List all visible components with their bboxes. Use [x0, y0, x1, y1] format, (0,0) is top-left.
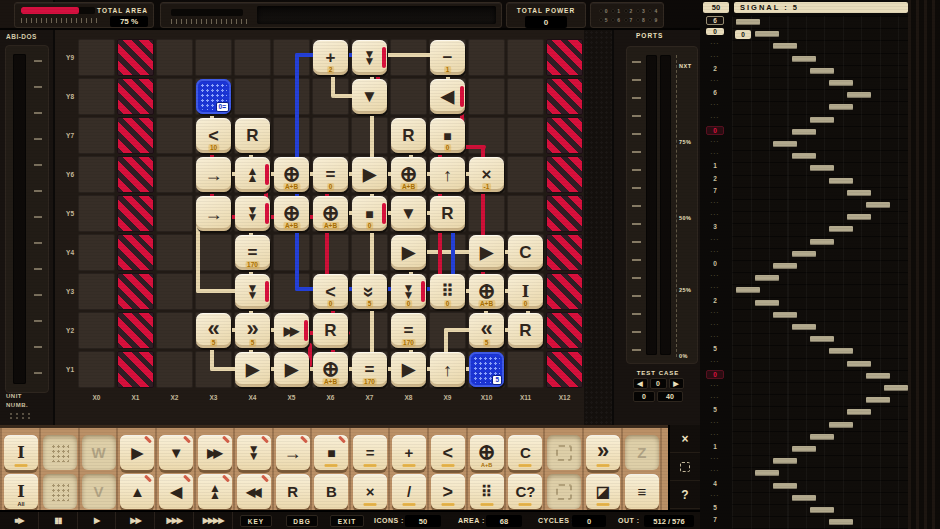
tray-key-dash-blank[interactable]	[547, 474, 581, 509]
logic-tile-dbl-left[interactable]: «5	[469, 313, 504, 348]
tray-key-oplus[interactable]: ⊕A+B	[470, 435, 504, 470]
test-case-prev-button[interactable]: ◀	[633, 378, 648, 389]
logic-tile-square[interactable]: ■0	[352, 196, 387, 231]
logic-tile-less[interactable]: <0	[313, 274, 348, 309]
gauge-bar-left[interactable]	[646, 55, 657, 355]
frame-button[interactable]	[670, 453, 700, 481]
tray-key-mult[interactable]: ×	[353, 474, 387, 509]
key-button[interactable]: KEY	[240, 515, 272, 527]
logic-tile-bar[interactable]: I0	[508, 274, 543, 309]
logic-tile-minus[interactable]: −1	[430, 40, 465, 75]
tray-key-dots-blank[interactable]	[43, 474, 77, 509]
logic-tile-fast-fwd[interactable]: ▶▶	[274, 313, 309, 348]
tray-key-bar[interactable]: I	[4, 435, 38, 470]
logic-tile-play[interactable]: ▶	[352, 157, 387, 192]
logic-tile-oplus[interactable]: ⊕A+B	[313, 196, 348, 231]
port-tile[interactable]: 5	[469, 352, 504, 387]
logic-tile-up-arrow[interactable]: ↑	[430, 352, 465, 387]
logic-tile-down[interactable]: ▼	[391, 196, 426, 231]
tray-key-dbl-up[interactable]: ▲▲	[198, 474, 232, 509]
tray-key-list[interactable]: ≡	[625, 474, 659, 509]
logic-tile-dbl-left[interactable]: «5	[196, 313, 231, 348]
transport-button-0[interactable]: ■▶	[0, 512, 39, 529]
logic-tile-square[interactable]: ■0	[430, 118, 465, 153]
logic-tile-equals[interactable]: =0	[313, 157, 348, 192]
logic-tile-play[interactable]: ▶	[469, 235, 504, 270]
tray-key-left-tri[interactable]: ◀	[159, 474, 193, 509]
tray-key-up-tri[interactable]: ▲	[120, 474, 154, 509]
port-tile[interactable]: 0=	[196, 79, 231, 114]
logic-tile-R[interactable]: R	[235, 118, 270, 153]
logic-tile-R[interactable]: R	[313, 313, 348, 348]
signal-scrollbar[interactable]	[908, 0, 940, 529]
logic-tile-dbl-up[interactable]: ▲▲	[235, 157, 270, 192]
logic-tile-left-tri[interactable]: ◀	[430, 79, 465, 114]
transport-button-2[interactable]: ▶	[78, 512, 117, 529]
logic-tile-R[interactable]: R	[430, 196, 465, 231]
logic-tile-up-arrow[interactable]: ↑	[430, 157, 465, 192]
tray-key-dbl-right[interactable]: »	[586, 435, 620, 470]
logic-tile-oplus[interactable]: ⊕A+B	[274, 157, 309, 192]
tray-key-half-square[interactable]: ◪	[586, 474, 620, 509]
dbg-button[interactable]: DBG	[286, 515, 318, 527]
tray-key-slash[interactable]: /	[392, 474, 426, 509]
tray-key-play[interactable]: ▶	[120, 435, 154, 470]
tray-key-R[interactable]: R	[276, 474, 310, 509]
logic-tile-play[interactable]: ▶	[391, 352, 426, 387]
tray-key-greater[interactable]: >	[431, 474, 465, 509]
tray-key-V[interactable]: V	[82, 474, 116, 509]
tray-key-fast-fwd[interactable]: ▶▶	[198, 435, 232, 470]
tray-key-arrow-right[interactable]: →	[276, 435, 310, 470]
logic-tile-mult[interactable]: ×-1	[469, 157, 504, 192]
tray-key-W[interactable]: W	[82, 435, 116, 470]
logic-tile-equals[interactable]: =170	[391, 313, 426, 348]
tray-key-square[interactable]: ■	[314, 435, 348, 470]
logic-tile-dbl-right[interactable]: »5	[235, 313, 270, 348]
logic-tile-oplus[interactable]: ⊕A+B	[313, 352, 348, 387]
tray-key-dbl-down[interactable]: ▼▼	[237, 435, 271, 470]
gauge-bar-right[interactable]	[660, 55, 671, 355]
logic-tile-dbl-down[interactable]: ▼▼	[352, 40, 387, 75]
timeline-slider[interactable]	[171, 9, 243, 16]
tray-key-dash-blank[interactable]	[547, 435, 581, 470]
unit-slider-track[interactable]	[13, 54, 26, 384]
logic-tile-oplus[interactable]: ⊕A+B	[469, 274, 504, 309]
logic-tile-arrow-right[interactable]: →	[196, 196, 231, 231]
logic-tile-equals[interactable]: =170	[352, 352, 387, 387]
logic-tile-C[interactable]: C	[508, 235, 543, 270]
tray-key-C[interactable]: C	[508, 435, 542, 470]
logic-tile-less[interactable]: <10	[196, 118, 231, 153]
logic-tile-play[interactable]: ▶	[391, 235, 426, 270]
tray-key-Cq[interactable]: C?	[508, 474, 542, 509]
tray-key-bar[interactable]: IAll	[4, 474, 38, 509]
test-case-next-button[interactable]: ▶	[669, 378, 684, 389]
exit-button[interactable]: EXIT	[330, 515, 364, 527]
tray-key-B[interactable]: B	[314, 474, 348, 509]
close-button[interactable]: ×	[670, 425, 700, 453]
tray-key-less[interactable]: <	[431, 435, 465, 470]
logic-tile-dots[interactable]: ⠿0	[430, 274, 465, 309]
logic-tile-plus[interactable]: +2	[313, 40, 348, 75]
tray-key-rewind[interactable]: ◀◀	[237, 474, 271, 509]
logic-tile-chev-down2[interactable]: »5	[352, 274, 387, 309]
logic-tile-arrow-right[interactable]: →	[196, 157, 231, 192]
tray-key-Z[interactable]: Z	[625, 435, 659, 470]
logic-tile-dbl-down[interactable]: ▼▼0	[391, 274, 426, 309]
transport-button-3[interactable]: ▶▶	[116, 512, 155, 529]
transport-button-1[interactable]: ▮▮	[39, 512, 78, 529]
transport-button-4[interactable]: ▶▶▶	[155, 512, 194, 529]
logic-tile-play[interactable]: ▶	[235, 352, 270, 387]
tray-key-equals[interactable]: =	[353, 435, 387, 470]
tray-key-down[interactable]: ▼	[159, 435, 193, 470]
logic-tile-R[interactable]: R	[508, 313, 543, 348]
logic-tile-play[interactable]: ▶	[274, 352, 309, 387]
logic-tile-R[interactable]: R	[391, 118, 426, 153]
logic-tile-down[interactable]: ▼	[352, 79, 387, 114]
logic-tile-dbl-down[interactable]: ▼▼	[235, 274, 270, 309]
tray-key-plus[interactable]: +	[392, 435, 426, 470]
logic-tile-dbl-down[interactable]: ▼▼	[235, 196, 270, 231]
tray-key-dots[interactable]: ⠿	[470, 474, 504, 509]
logic-tile-equals[interactable]: =170	[235, 235, 270, 270]
help-button[interactable]: ?	[670, 481, 700, 509]
logic-tile-oplus[interactable]: ⊕A+B	[274, 196, 309, 231]
